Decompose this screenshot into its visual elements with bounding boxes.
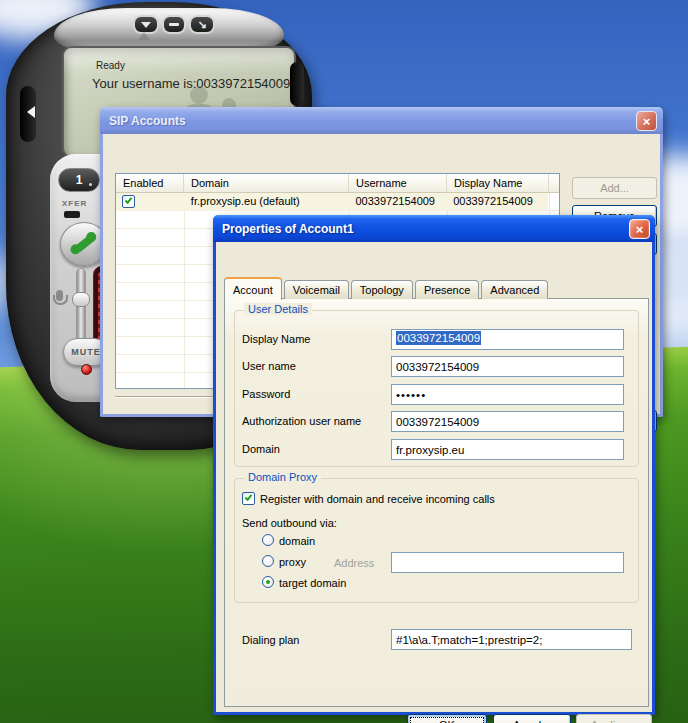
close-icon[interactable]: × [636, 111, 657, 131]
minimize-icon [169, 23, 179, 26]
sip-accounts-titlebar[interactable]: SIP Accounts [100, 107, 663, 134]
minimize-button[interactable] [162, 15, 186, 34]
brand-icon [138, 32, 150, 40]
xfer-indicator [64, 211, 80, 218]
column-header-enabled[interactable]: Enabled [116, 174, 184, 192]
key-dot [89, 183, 92, 186]
column-header-display-name[interactable]: Display Name [447, 174, 549, 192]
side-button[interactable] [290, 62, 304, 106]
mute-led-icon [81, 364, 92, 375]
domain-input[interactable] [391, 439, 624, 460]
register-checkbox[interactable] [242, 492, 255, 505]
radio-domain[interactable] [262, 534, 274, 546]
password-label: Password [242, 388, 290, 400]
column-header-username[interactable]: Username [349, 174, 447, 192]
radio-target-domain[interactable] [262, 576, 274, 588]
radio-proxy-label: proxy [279, 556, 306, 568]
display-name-label: Display Name [242, 333, 310, 345]
phone-status-text: Ready [96, 60, 125, 71]
check-icon [245, 493, 253, 501]
exit-button[interactable]: ↘ [189, 15, 215, 34]
mic-volume-knob[interactable] [72, 292, 90, 307]
window-title: SIP Accounts [109, 114, 186, 128]
key-label: 1 [76, 173, 83, 187]
password-input[interactable] [391, 384, 624, 405]
close-icon[interactable]: × [629, 219, 650, 239]
domain-cell: fr.proxysip.eu (default) [184, 193, 349, 211]
properties-titlebar[interactable]: Properties of Account1 [213, 215, 655, 242]
apply-button[interactable]: Appliquer [576, 714, 652, 723]
auth-user-name-label: Authorization user name [242, 415, 361, 427]
dialing-plan-label: Dialing plan [242, 634, 299, 646]
tab-presence[interactable]: Presence [415, 280, 479, 299]
auth-user-name-input[interactable] [391, 411, 624, 432]
enabled-checkbox[interactable] [122, 195, 135, 208]
username-cell: 0033972154009 [348, 193, 446, 211]
group-caption: User Details [244, 303, 312, 315]
cancel-button[interactable]: Annuler [493, 714, 571, 723]
window-title: Properties of Account1 [222, 222, 354, 236]
enabled-cell [116, 193, 184, 211]
column-header-domain[interactable]: Domain [184, 174, 349, 192]
accounts-table-header: Enabled Domain Username Display Name [116, 174, 559, 193]
keypad-key-1[interactable]: 1 [58, 168, 100, 192]
mic-icon [56, 290, 63, 301]
properties-client-area: Account Voicemail Topology Presence Adva… [216, 242, 652, 712]
tab-strip: Account Voicemail Topology Presence Adva… [224, 277, 550, 299]
check-icon [125, 196, 133, 204]
column-header-filler [549, 174, 559, 192]
phone-username-text: Your username is:0033972154009 [92, 76, 290, 91]
tab-voicemail[interactable]: Voicemail [284, 280, 349, 299]
table-row[interactable]: fr.proxysip.eu (default) 0033972154009 0… [116, 193, 548, 211]
add-button[interactable]: Add... [572, 177, 657, 199]
tab-advanced[interactable]: Advanced [481, 280, 548, 299]
display-name-input[interactable]: 0033972154009 [391, 329, 624, 350]
display-name-cell: 0033972154009 [446, 193, 548, 211]
side-arrow-icon [27, 106, 35, 118]
selected-text: 0033972154009 [396, 331, 481, 345]
radio-target-domain-label: target domain [279, 577, 346, 589]
chevron-down-icon [141, 22, 151, 28]
exit-arrow-icon: ↘ [197, 19, 206, 30]
address-input[interactable] [391, 552, 624, 573]
send-outbound-label: Send outbound via: [242, 517, 337, 529]
domain-label: Domain [242, 443, 280, 455]
column-divider [184, 193, 185, 388]
address-label: Address [334, 557, 374, 569]
mic-volume-slider[interactable] [76, 268, 86, 348]
ok-button[interactable]: OK [407, 714, 487, 723]
xfer-label: XFER [62, 199, 87, 208]
user-name-input[interactable] [391, 356, 624, 377]
radio-proxy[interactable] [262, 555, 274, 567]
tab-account[interactable]: Account [224, 277, 282, 300]
dialing-plan-input[interactable] [391, 629, 632, 650]
radio-domain-label: domain [279, 535, 315, 547]
mute-label: MUTE [71, 347, 101, 357]
green-handset-icon [73, 234, 95, 254]
register-checkbox-label: Register with domain and receive incomin… [260, 493, 495, 505]
user-name-label: User name [242, 360, 296, 372]
tab-topology[interactable]: Topology [351, 280, 413, 299]
group-caption: Domain Proxy [244, 471, 321, 483]
properties-window: Properties of Account1 × Account Voicema… [213, 215, 655, 715]
